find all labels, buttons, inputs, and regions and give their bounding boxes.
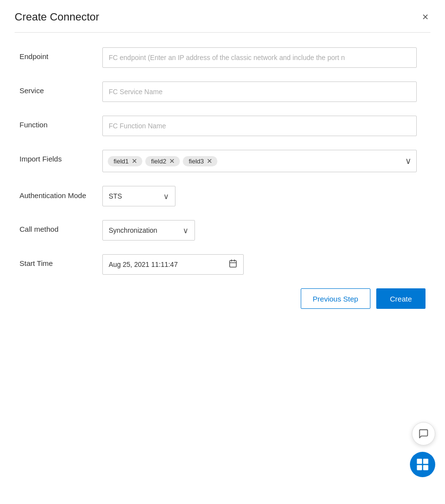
function-row: Function	[19, 116, 426, 136]
function-input[interactable]	[102, 116, 417, 136]
endpoint-input[interactable]	[102, 47, 417, 68]
form-body: Endpoint Service Function Import Fields	[15, 47, 430, 275]
tag-field3-label: field3	[189, 158, 204, 165]
svg-rect-0	[230, 261, 236, 267]
tag-field2-remove[interactable]: ✕	[169, 158, 175, 164]
auth-mode-value: STS	[109, 192, 122, 200]
auth-mode-label: Authentication Mode	[19, 186, 102, 201]
call-method-row: Call method Synchronization ∨	[19, 220, 426, 241]
svg-rect-7	[423, 465, 428, 470]
start-time-row: Start Time Aug 25, 2021 11:11:47	[19, 254, 426, 275]
chat-icon	[418, 428, 429, 439]
previous-step-button[interactable]: Previous Step	[301, 288, 370, 309]
tag-field1: field1 ✕	[108, 156, 142, 166]
create-button[interactable]: Create	[376, 288, 426, 309]
auth-mode-select[interactable]: STS ∨	[102, 186, 175, 206]
svg-rect-6	[417, 465, 422, 470]
call-method-label: Call method	[19, 220, 102, 233]
start-time-value: Aug 25, 2021 11:11:47	[109, 261, 178, 268]
svg-rect-5	[423, 459, 428, 464]
endpoint-row: Endpoint	[19, 47, 426, 68]
footer-buttons: Previous Step Create	[15, 288, 430, 309]
calendar-icon	[229, 259, 237, 270]
tag-field1-label: field1	[114, 158, 129, 165]
call-method-chevron-icon: ∨	[183, 226, 189, 235]
endpoint-label: Endpoint	[19, 47, 102, 60]
function-control	[102, 116, 426, 136]
service-control	[102, 81, 426, 102]
endpoint-control	[102, 47, 426, 68]
service-input[interactable]	[102, 81, 417, 102]
import-fields-chevron-icon: ∨	[405, 156, 411, 166]
auth-mode-chevron-icon: ∨	[163, 192, 169, 201]
start-time-input[interactable]: Aug 25, 2021 11:11:47	[102, 254, 244, 275]
import-fields-input[interactable]: field1 ✕ field2 ✕ field3 ✕ ∨	[102, 150, 417, 172]
function-label: Function	[19, 116, 102, 129]
svg-rect-4	[417, 459, 422, 464]
start-time-label: Start Time	[19, 254, 102, 267]
tag-field3-remove[interactable]: ✕	[207, 158, 213, 164]
call-method-select[interactable]: Synchronization ∨	[102, 220, 195, 241]
tag-field3: field3 ✕	[183, 156, 217, 166]
tag-field2-label: field2	[151, 158, 166, 165]
import-fields-row: Import Fields field1 ✕ field2 ✕ field3 ✕	[19, 150, 426, 172]
start-time-control: Aug 25, 2021 11:11:47	[102, 254, 426, 275]
call-method-control: Synchronization ∨	[102, 220, 426, 241]
dialog-title: Create Connector	[15, 11, 99, 23]
import-fields-control: field1 ✕ field2 ✕ field3 ✕ ∨	[102, 150, 426, 172]
tag-field1-remove[interactable]: ✕	[132, 158, 137, 164]
import-fields-label: Import Fields	[19, 150, 102, 163]
call-method-value: Synchronization	[109, 226, 157, 234]
auth-mode-control: STS ∨	[102, 186, 426, 206]
tag-field2: field2 ✕	[145, 156, 180, 166]
dialog-header: Create Connector ×	[15, 10, 430, 33]
floating-chat-button[interactable]	[412, 422, 435, 445]
floating-app-button[interactable]	[410, 452, 435, 477]
service-row: Service	[19, 81, 426, 102]
app-grid-icon	[416, 458, 429, 471]
close-button[interactable]: ×	[420, 10, 430, 24]
auth-mode-row: Authentication Mode STS ∨	[19, 186, 426, 206]
service-label: Service	[19, 81, 102, 95]
create-connector-dialog: Create Connector × Endpoint Service Func…	[0, 0, 445, 504]
